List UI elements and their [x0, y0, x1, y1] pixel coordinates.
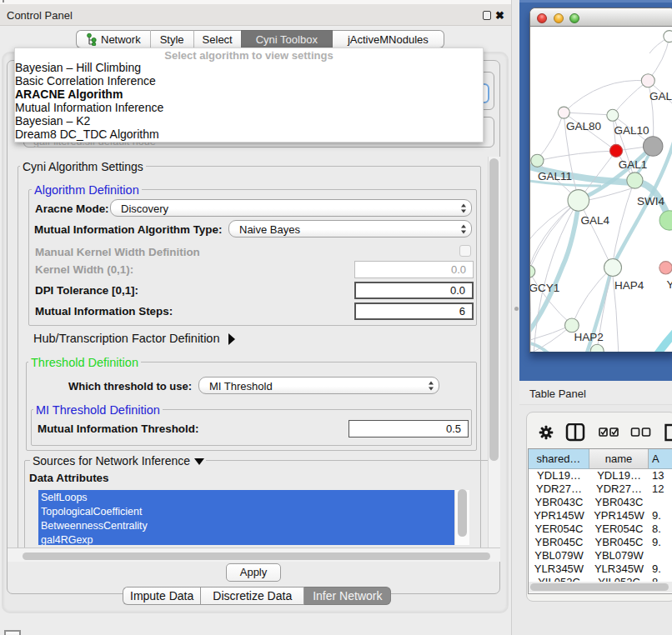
svg-text:HAP2: HAP2: [574, 331, 604, 343]
svg-text:GCY1: GCY1: [530, 282, 559, 294]
svg-text:GAL80: GAL80: [566, 120, 601, 132]
svg-text:GAL11: GAL11: [538, 170, 572, 182]
svg-text:SWI4: SWI4: [637, 195, 664, 208]
svg-text:GAL4: GAL4: [581, 214, 610, 227]
svg-text:GAL10: GAL10: [614, 124, 649, 137]
svg-text:GAL1: GAL1: [619, 158, 648, 171]
svg-text:GAL8: GAL8: [649, 90, 672, 102]
svg-text:Y: Y: [667, 278, 672, 291]
svg-text:HAP4: HAP4: [614, 279, 644, 292]
